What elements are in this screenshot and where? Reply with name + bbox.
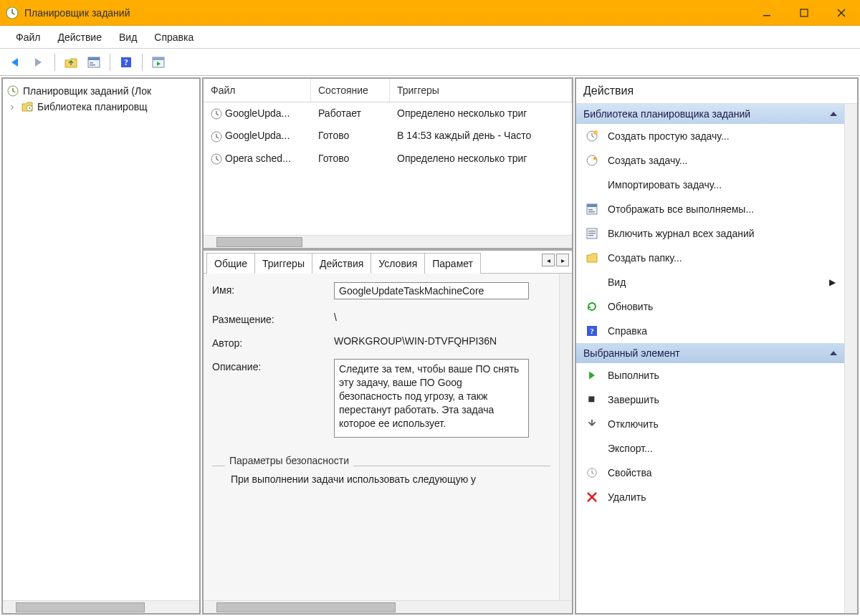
col-state[interactable]: Состояние — [311, 79, 390, 102]
caret-up-icon — [830, 351, 837, 355]
cell-file: GoogleUpda... — [225, 130, 290, 141]
actions-vscrollbar[interactable] — [844, 104, 857, 613]
tree: Планировщик заданий (Лок › Библиотека пл… — [3, 79, 199, 600]
menu-view[interactable]: Вид — [112, 29, 144, 46]
titlebar: Планировщик заданий — [0, 0, 860, 26]
delete-icon — [585, 490, 599, 504]
svg-rect-25 — [588, 233, 596, 234]
expand-icon[interactable]: › — [7, 101, 17, 112]
menu-help[interactable]: Справка — [147, 29, 201, 46]
forward-button[interactable] — [29, 52, 49, 72]
task-list-header: Файл Состояние Триггеры — [204, 79, 572, 102]
action-refresh[interactable]: Обновить — [576, 294, 844, 319]
tabs-row: Общие Триггеры Действия Условия Парамет … — [204, 251, 572, 274]
tab-settings[interactable]: Парамет — [424, 253, 481, 274]
action-import-task[interactable]: Импортировать задачу... — [576, 173, 844, 197]
description-label: Описание: — [212, 359, 334, 372]
action-new-folder[interactable]: Создать папку... — [576, 246, 844, 270]
menubar: Файл Действие Вид Справка — [0, 26, 860, 49]
tree-library-label: Библиотека планировщ — [37, 101, 148, 112]
action-show-running[interactable]: Отображать все выполняемы... — [576, 197, 844, 221]
clock-icon — [211, 131, 222, 143]
play-icon — [585, 368, 599, 382]
maximize-button[interactable] — [785, 2, 823, 24]
svg-rect-24 — [588, 231, 596, 231]
cell-file: Opera sched... — [225, 153, 291, 164]
content-area: Планировщик заданий (Лок › Библиотека пл… — [0, 76, 860, 616]
svg-rect-26 — [588, 235, 593, 236]
svg-rect-10 — [153, 57, 164, 60]
svg-rect-20 — [587, 204, 597, 207]
svg-rect-6 — [90, 64, 95, 66]
name-field[interactable]: GoogleUpdateTaskMachineCore — [334, 282, 529, 299]
menu-action[interactable]: Действие — [50, 29, 109, 46]
tree-root[interactable]: Планировщик заданий (Лок — [6, 83, 196, 99]
task-details-region: Общие Триггеры Действия Условия Парамет … — [204, 251, 572, 613]
folder-up-button[interactable] — [61, 52, 81, 72]
cell-state: Готово — [311, 127, 390, 144]
tab-nav: ◂ ▸ — [542, 254, 569, 266]
action-enable-history[interactable]: Включить журнал всех заданий — [576, 221, 844, 246]
table-row[interactable]: Opera sched... Готово Определено несколь… — [204, 148, 572, 170]
action-disable[interactable]: Отключить — [576, 412, 844, 436]
cell-state: Работает — [311, 105, 390, 122]
details-hscrollbar[interactable] — [204, 600, 572, 613]
cell-state: Готово — [311, 150, 390, 167]
svg-text:?: ? — [124, 57, 128, 67]
action-create-task[interactable]: Создать задачу... — [576, 148, 844, 173]
back-button[interactable] — [6, 52, 26, 72]
actions-group-library[interactable]: Библиотека планировщика заданий — [576, 104, 844, 124]
action-help[interactable]: ?Справка — [576, 319, 844, 343]
table-row[interactable]: GoogleUpda... Готово В 14:53 каждый день… — [204, 125, 572, 147]
properties-button[interactable] — [84, 52, 104, 72]
help-button[interactable]: ? — [116, 52, 136, 72]
table-row[interactable]: GoogleUpda... Работает Определено нескол… — [204, 102, 572, 125]
tasklist-hscrollbar[interactable] — [204, 235, 572, 248]
close-button[interactable] — [823, 2, 860, 24]
clock-star-icon — [585, 153, 599, 168]
svg-rect-29 — [588, 396, 594, 402]
action-export[interactable]: Экспорт... — [576, 436, 844, 461]
svg-point-17 — [593, 130, 598, 135]
description-field[interactable]: Следите за тем, чтобы ваше ПО снять эту … — [334, 359, 529, 438]
tab-conditions[interactable]: Условия — [371, 253, 425, 274]
stop-icon — [585, 393, 599, 407]
tab-actions[interactable]: Действия — [312, 253, 371, 274]
minimize-button[interactable] — [748, 2, 785, 24]
task-list-body: GoogleUpda... Работает Определено нескол… — [204, 102, 572, 235]
action-create-basic-task[interactable]: Создать простую задачу... — [576, 124, 844, 148]
svg-point-18 — [587, 155, 597, 165]
tree-hscrollbar[interactable] — [3, 600, 199, 613]
tree-root-label: Планировщик заданий (Лок — [23, 85, 151, 97]
col-file[interactable]: Файл — [204, 79, 311, 102]
run-button[interactable] — [148, 52, 168, 72]
cell-triggers: В 14:53 каждый день - Часто — [390, 127, 572, 144]
tab-scroll-right[interactable]: ▸ — [556, 254, 569, 266]
col-triggers[interactable]: Триггеры — [390, 79, 572, 102]
folder-clock-icon — [22, 101, 33, 112]
details-vscrollbar[interactable] — [559, 274, 572, 600]
clock-icon — [211, 108, 222, 120]
tab-scroll-left[interactable]: ◂ — [542, 254, 555, 266]
action-properties[interactable]: Свойства — [576, 461, 844, 485]
tab-triggers[interactable]: Триггеры — [254, 253, 312, 274]
actions-group-selected[interactable]: Выбранный элемент — [576, 343, 844, 363]
task-list-region: Файл Состояние Триггеры GoogleUpda... Ра… — [204, 79, 572, 251]
action-delete[interactable]: Удалить — [576, 485, 844, 509]
folder-icon — [585, 251, 599, 265]
tab-general[interactable]: Общие — [206, 253, 255, 274]
action-run[interactable]: Выполнить — [576, 363, 844, 388]
svg-rect-2 — [801, 9, 808, 16]
help-icon: ? — [585, 324, 599, 338]
disable-icon — [585, 417, 599, 431]
clock-new-icon — [585, 129, 599, 143]
author-value: WORKGROUP\WIN-DTVFQHPI36N — [334, 335, 550, 347]
actions-title: Действия — [576, 79, 857, 104]
tree-pane: Планировщик заданий (Лок › Библиотека пл… — [1, 77, 201, 615]
action-view-submenu[interactable]: Вид▶ — [576, 270, 844, 294]
chevron-right-icon: ▶ — [829, 277, 836, 287]
action-end[interactable]: Завершить — [576, 388, 844, 412]
tree-library[interactable]: › Библиотека планировщ — [6, 99, 196, 115]
menu-file[interactable]: Файл — [9, 29, 47, 46]
author-label: Автор: — [212, 335, 334, 349]
